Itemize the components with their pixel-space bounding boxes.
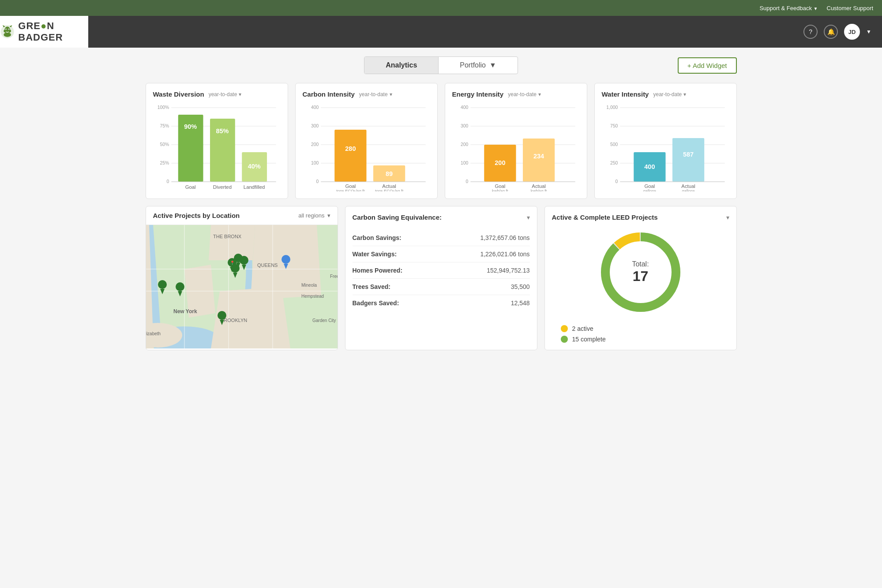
- svg-point-114: [231, 264, 240, 273]
- svg-text:0: 0: [316, 179, 319, 184]
- tabs-group: Analytics Portfolio ▼: [364, 56, 518, 74]
- map-area: Montclair Kingston New York QUEENS BROOK…: [146, 225, 338, 348]
- leed-header: Active & Complete LEED Projects ▾: [552, 213, 729, 221]
- carbon-savings-row-3: Trees Saved: 35,500: [353, 279, 530, 295]
- svg-text:THE BRONX: THE BRONX: [213, 234, 242, 239]
- waste-period[interactable]: year-to-date ▾: [209, 91, 242, 97]
- energy-intensity-widget: Energy Intensity year-to-date ▾ 400 300 …: [445, 83, 587, 199]
- user-dropdown-caret[interactable]: ▼: [866, 29, 871, 35]
- svg-point-112: [240, 256, 248, 265]
- svg-text:gallons: gallons: [682, 189, 695, 191]
- svg-text:Hempstead: Hempstead: [301, 294, 324, 299]
- svg-text:280: 280: [345, 145, 356, 152]
- top-nav: Support & Feedback ▼ Customer Support: [0, 0, 882, 16]
- svg-text:500: 500: [610, 142, 618, 147]
- donut-chart: Total: 17: [597, 228, 685, 316]
- complete-dot: [561, 336, 568, 343]
- svg-text:40%: 40%: [248, 163, 260, 170]
- svg-text:kwh/sq ft: kwh/sq ft: [530, 189, 547, 191]
- carbon-savings-collapse[interactable]: ▾: [527, 214, 530, 221]
- svg-text:0: 0: [615, 179, 618, 184]
- svg-text:300: 300: [460, 124, 468, 128]
- svg-text:100%: 100%: [157, 105, 169, 110]
- carbon-intensity-widget: Carbon Intensity year-to-date ▾ 400 300 …: [295, 83, 438, 199]
- support-feedback-link[interactable]: Support & Feedback ▼: [759, 5, 818, 11]
- svg-text:Mineola: Mineola: [301, 283, 317, 288]
- bottom-row: Active Projects by Location all regions …: [146, 206, 737, 350]
- main-content: Analytics Portfolio ▼ + Add Widget Waste…: [132, 48, 750, 359]
- svg-text:Actual: Actual: [681, 184, 695, 189]
- carbon-savings-rows: Carbon Savings: 1,372,657.06 tons Water …: [353, 230, 530, 311]
- svg-text:1,000: 1,000: [606, 105, 618, 110]
- portfolio-dropdown-icon: ▼: [489, 61, 496, 69]
- leed-collapse[interactable]: ▾: [726, 214, 729, 221]
- donut-center: Total: 17: [632, 260, 649, 285]
- energy-intensity-period[interactable]: year-to-date ▾: [508, 91, 541, 97]
- svg-text:100: 100: [311, 161, 319, 165]
- svg-text:Landfilled: Landfilled: [243, 184, 265, 190]
- help-button[interactable]: ?: [803, 25, 818, 39]
- svg-rect-62: [522, 139, 554, 182]
- top-widgets-row: Waste Diversion year-to-date ▾ 100% 75% …: [146, 83, 737, 199]
- svg-text:New York: New York: [173, 308, 197, 315]
- carbon-savings-title: Carbon Saving Equivalence:: [353, 213, 442, 221]
- svg-text:Actual: Actual: [382, 184, 396, 189]
- svg-text:kwh/sq ft: kwh/sq ft: [492, 189, 508, 191]
- svg-point-7: [6, 29, 7, 30]
- active-dot: [561, 325, 568, 332]
- svg-text:234: 234: [533, 153, 544, 160]
- svg-text:75%: 75%: [160, 124, 169, 128]
- carbon-intensity-period[interactable]: year-to-date ▾: [359, 91, 392, 97]
- svg-text:QUEENS: QUEENS: [257, 262, 278, 268]
- leed-legend: 2 active 15 complete: [552, 325, 606, 343]
- notifications-button[interactable]: 🔔: [824, 25, 838, 39]
- region-select[interactable]: all regions ▾: [298, 212, 330, 219]
- add-widget-button[interactable]: + Add Widget: [678, 57, 737, 74]
- carbon-intensity-chart: 400 300 200 100 0 280 89 Goal tons ECO₂/…: [303, 103, 430, 191]
- customer-support-link[interactable]: Customer Support: [827, 5, 874, 11]
- svg-text:400: 400: [644, 163, 655, 170]
- svg-text:50%: 50%: [160, 142, 169, 147]
- logo-text: GRE●N BADGER: [18, 20, 88, 43]
- tab-portfolio[interactable]: Portfolio ▼: [439, 57, 518, 74]
- complete-label: 15 complete: [572, 336, 606, 343]
- user-avatar[interactable]: JD: [844, 24, 860, 40]
- water-intensity-chart: 1,000 750 500 250 0 400 587 Goal gallons…: [602, 103, 729, 191]
- carbon-savings-row-4: Badgers Saved: 12,548: [353, 295, 530, 311]
- donut-container: Total: 17 2 active 15 complete: [552, 228, 729, 343]
- svg-text:90%: 90%: [184, 123, 197, 130]
- svg-text:85%: 85%: [216, 127, 229, 135]
- svg-text:300: 300: [311, 124, 319, 128]
- waste-chart: 100% 75% 50% 25% 0 90% 85% 40%: [153, 103, 281, 191]
- energy-intensity-title: Energy Intensity: [452, 90, 504, 98]
- carbon-savings-widget: Carbon Saving Equivalence: ▾ Carbon Savi…: [345, 206, 537, 350]
- svg-text:Goal: Goal: [644, 184, 655, 189]
- leed-title: Active & Complete LEED Projects: [552, 213, 658, 221]
- svg-text:200: 200: [460, 142, 468, 147]
- svg-text:200: 200: [311, 142, 319, 147]
- map-widget: Active Projects by Location all regions …: [146, 206, 338, 350]
- svg-point-120: [281, 255, 290, 264]
- svg-text:400: 400: [311, 105, 319, 110]
- logo-area: GRE●N BADGER: [0, 16, 88, 48]
- leed-complete-legend: 15 complete: [561, 336, 606, 343]
- svg-rect-81: [672, 138, 704, 182]
- svg-text:gallons: gallons: [643, 189, 656, 191]
- carbon-savings-header: Carbon Saving Equivalence: ▾: [353, 213, 530, 221]
- svg-text:200: 200: [495, 159, 505, 166]
- water-intensity-title: Water Intensity: [602, 90, 649, 98]
- carbon-savings-row-0: Carbon Savings: 1,372,657.06 tons: [353, 230, 530, 246]
- svg-text:587: 587: [683, 151, 694, 158]
- active-label: 2 active: [572, 325, 593, 332]
- svg-point-118: [176, 282, 184, 291]
- svg-text:Garden City: Garden City: [312, 318, 336, 323]
- water-intensity-period[interactable]: year-to-date ▾: [653, 91, 686, 97]
- svg-text:100: 100: [460, 161, 468, 165]
- svg-text:25%: 25%: [160, 161, 169, 165]
- tab-analytics[interactable]: Analytics: [364, 57, 438, 74]
- svg-text:Goal: Goal: [345, 184, 356, 189]
- svg-point-4: [4, 26, 10, 34]
- svg-text:Actual: Actual: [532, 184, 546, 189]
- carbon-savings-row-2: Homes Powered: 152,949,752.13: [353, 262, 530, 279]
- energy-intensity-chart: 400 300 200 100 0 200 234 Goal kwh/sq ft…: [452, 103, 580, 191]
